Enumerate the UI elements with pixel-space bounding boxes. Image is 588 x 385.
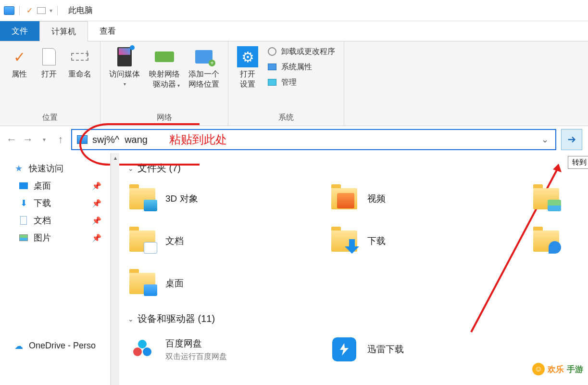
folder-label: 桌面 bbox=[165, 277, 184, 290]
media-label: 访问媒体 bbox=[109, 69, 140, 79]
open-label: 打开 bbox=[41, 69, 57, 79]
ribbon: ✓ 属性 打开 I 重命名 位置 访问媒体 ▾ 映射网络 驱动器 bbox=[0, 41, 588, 126]
download-icon: ⬇ bbox=[18, 198, 29, 208]
ribbon-group-system: ⚙ 打开 设置 卸载或更改程序 系统属性 管理 系统 bbox=[228, 41, 344, 126]
system-props-label: 系统属性 bbox=[281, 62, 312, 72]
sidebar-item-documents[interactable]: 文档 📌 bbox=[0, 212, 110, 229]
svg-point-2 bbox=[133, 347, 142, 356]
folder-icon bbox=[532, 228, 561, 255]
folder-music-partial[interactable] bbox=[532, 224, 580, 266]
add-location-label: 添加一个 网络位置 bbox=[188, 69, 219, 90]
folder-icon bbox=[128, 270, 157, 297]
folder-label: 3D 对象 bbox=[165, 192, 198, 205]
disc-icon bbox=[267, 46, 277, 57]
folder-label: 视频 bbox=[367, 192, 386, 205]
sidebar-scrollbar[interactable]: ▴ bbox=[111, 153, 119, 385]
folder-downloads[interactable]: 下载 bbox=[330, 224, 532, 266]
window-title: 此电脑 bbox=[68, 5, 93, 16]
rename-icon: I bbox=[69, 46, 90, 67]
media-server-icon bbox=[114, 46, 135, 67]
open-settings-button[interactable]: ⚙ 打开 设置 bbox=[235, 45, 260, 90]
group-system-label: 系统 bbox=[235, 111, 337, 125]
star-icon: ★ bbox=[13, 164, 24, 173]
sidebar-label: 图片 bbox=[34, 232, 51, 244]
drives-header-text: 设备和驱动器 (11) bbox=[138, 312, 215, 325]
sidebar-label: 下载 bbox=[34, 197, 51, 209]
folder-icon bbox=[330, 228, 359, 255]
open-settings-label: 打开 设置 bbox=[240, 69, 255, 90]
folder-videos[interactable]: 视频 bbox=[330, 181, 532, 224]
separator bbox=[57, 6, 58, 15]
sidebar-quick-access[interactable]: ★ 快速访问 bbox=[0, 160, 110, 177]
folder-icon bbox=[128, 185, 157, 212]
forward-button[interactable]: → bbox=[22, 134, 34, 145]
content-pane: ⌄ 文件夹 (7) 3D 对象 视频 文档 下载 桌面 ⌄ 设备和驱动器 (11… bbox=[119, 153, 588, 385]
go-button[interactable] bbox=[561, 129, 582, 150]
main-area: ★ 快速访问 桌面 📌 ⬇ 下载 📌 文档 📌 图片 📌 ☁ OneDrive … bbox=[0, 153, 588, 385]
map-drive-button[interactable]: 映射网络 驱动器 ▾ bbox=[147, 45, 182, 89]
manage-button[interactable]: 管理 bbox=[265, 76, 337, 89]
folders-grid: 3D 对象 视频 文档 下载 桌面 bbox=[128, 181, 588, 308]
manage-icon bbox=[267, 77, 277, 88]
drives-grid: 百度网盘双击运行百度网盘 迅雷下载 bbox=[128, 332, 588, 374]
arrow-right-icon bbox=[566, 134, 577, 145]
folders-header[interactable]: ⌄ 文件夹 (7) bbox=[128, 162, 588, 175]
document-icon bbox=[18, 216, 29, 225]
back-button[interactable]: ← bbox=[6, 134, 17, 145]
gear-icon: ⚙ bbox=[237, 46, 258, 67]
titlebar: ✓ ▾ 此电脑 bbox=[0, 0, 588, 21]
svg-point-4 bbox=[138, 340, 147, 348]
annotation-text: 粘贴到此处 bbox=[169, 132, 227, 147]
folder-label: 文档 bbox=[165, 235, 184, 247]
folder-label: 下载 bbox=[367, 235, 386, 247]
sidebar-label: 文档 bbox=[34, 215, 51, 226]
document-icon bbox=[38, 46, 60, 67]
history-dropdown-icon[interactable]: ▾ bbox=[38, 134, 50, 145]
folders-header-text: 文件夹 (7) bbox=[138, 162, 181, 175]
open-button[interactable]: 打开 bbox=[37, 45, 62, 80]
watermark-icon: ☺ bbox=[532, 363, 545, 375]
sidebar-onedrive[interactable]: ☁ OneDrive - Perso bbox=[0, 338, 110, 354]
tab-file[interactable]: 文件 bbox=[0, 21, 39, 41]
drive-xunlei[interactable]: 迅雷下载 bbox=[330, 332, 532, 374]
nav-row: ← → ▾ ↑ 粘贴到此处 ⌄ bbox=[0, 126, 588, 153]
folder-documents[interactable]: 文档 bbox=[128, 224, 330, 266]
address-input[interactable] bbox=[92, 130, 169, 149]
sidebar-item-pictures[interactable]: 图片 📌 bbox=[0, 229, 110, 246]
folder-icon bbox=[532, 185, 561, 212]
qat-document-icon[interactable] bbox=[37, 7, 46, 14]
ribbon-tabs: 文件 计算机 查看 bbox=[0, 21, 588, 41]
properties-button[interactable]: ✓ 属性 bbox=[7, 45, 32, 80]
watermark-text-a: 欢乐 bbox=[548, 364, 564, 375]
uninstall-label: 卸载或更改程序 bbox=[281, 47, 335, 57]
tab-computer[interactable]: 计算机 bbox=[39, 21, 88, 41]
drive-baidu[interactable]: 百度网盘双击运行百度网盘 bbox=[128, 332, 330, 374]
folder-pictures-partial[interactable] bbox=[532, 181, 580, 224]
network-drive-icon bbox=[154, 46, 175, 67]
chevron-down-icon: ▾ bbox=[177, 83, 180, 88]
cloud-icon: ☁ bbox=[13, 341, 24, 351]
watermark-text-b: 手游 bbox=[567, 364, 583, 375]
folder-desktop[interactable]: 桌面 bbox=[128, 266, 330, 308]
chevron-down-icon: ⌄ bbox=[128, 165, 134, 172]
drives-header[interactable]: ⌄ 设备和驱动器 (11) bbox=[128, 312, 588, 325]
qat-dropdown-icon[interactable]: ▾ bbox=[50, 7, 52, 14]
tab-view[interactable]: 查看 bbox=[88, 21, 127, 41]
system-props-button[interactable]: 系统属性 bbox=[265, 61, 337, 73]
sidebar-item-downloads[interactable]: ⬇ 下载 📌 bbox=[0, 194, 110, 212]
qat-checkmark-icon[interactable]: ✓ bbox=[25, 6, 34, 15]
uninstall-button[interactable]: 卸载或更改程序 bbox=[265, 45, 337, 58]
checkmark-icon: ✓ bbox=[9, 46, 30, 67]
ribbon-group-network: 访问媒体 ▾ 映射网络 驱动器 ▾ + 添加一个 网络位置 网络 bbox=[100, 41, 228, 126]
manage-label: 管理 bbox=[281, 77, 297, 88]
access-media-button[interactable]: 访问媒体 ▾ bbox=[107, 45, 142, 88]
rename-button[interactable]: I 重命名 bbox=[66, 45, 93, 80]
folder-3d-objects[interactable]: 3D 对象 bbox=[128, 181, 330, 224]
address-bar[interactable]: 粘贴到此处 ⌄ bbox=[71, 129, 556, 150]
scroll-up-icon: ▴ bbox=[111, 153, 119, 163]
map-drive-label: 映射网络 驱动器 bbox=[149, 69, 180, 90]
up-button[interactable]: ↑ bbox=[55, 134, 66, 145]
sidebar-item-desktop[interactable]: 桌面 📌 bbox=[0, 177, 110, 194]
add-location-button[interactable]: + 添加一个 网络位置 bbox=[187, 45, 221, 90]
address-dropdown-icon[interactable]: ⌄ bbox=[535, 134, 555, 145]
